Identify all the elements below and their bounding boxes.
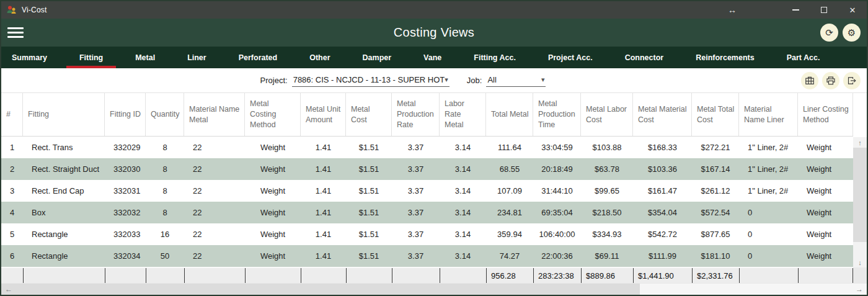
- table-cell: 4: [1, 202, 23, 223]
- tab-connector[interactable]: Connector: [623, 47, 666, 68]
- tab-project-acc[interactable]: Project Acc.: [546, 47, 595, 68]
- table-row[interactable]: 4Box332032822Weight1.41$1.513.373.14234.…: [1, 202, 853, 223]
- horizontal-scrollbar[interactable]: ← →: [1, 283, 867, 295]
- grid-totals-row: 956.28283:23:38$889.86$1,441.90$2,331.76: [1, 267, 853, 283]
- close-button[interactable]: ✕: [838, 1, 867, 19]
- table-cell: 332031: [105, 180, 146, 202]
- tab-perforated[interactable]: Perforated: [237, 47, 280, 68]
- filters: Project: 7886: CIS - NCJCD - 11-13 - SUP…: [260, 74, 546, 87]
- column-header[interactable]: Fitting: [23, 93, 105, 136]
- table-cell: 3.37: [392, 158, 440, 180]
- table-cell: 3.37: [392, 180, 440, 202]
- table-cell: 332029: [105, 137, 146, 158]
- settings-button[interactable]: ⚙: [843, 24, 861, 42]
- table-cell: 22: [184, 180, 245, 202]
- table-cell: 22: [184, 137, 245, 158]
- maximize-icon: [821, 7, 827, 13]
- column-header[interactable]: Labor Rate Metal: [440, 93, 486, 136]
- totals-cell: [1, 268, 23, 283]
- column-header[interactable]: #: [1, 93, 23, 136]
- column-header[interactable]: Fitting ID: [105, 93, 146, 136]
- menu-button[interactable]: [7, 27, 32, 38]
- column-header[interactable]: Material Name Metal: [184, 93, 245, 136]
- column-header[interactable]: Liner Costing Method: [798, 93, 853, 136]
- vertical-scrollbar[interactable]: ↑ ↓: [853, 137, 867, 267]
- tab-liner[interactable]: Liner: [185, 47, 208, 68]
- refresh-icon: ⟳: [825, 27, 833, 38]
- tab-metal[interactable]: Metal: [133, 47, 157, 68]
- page-title: Costing Views: [1, 25, 867, 40]
- vertical-scroll-thumb[interactable]: [853, 148, 867, 242]
- table-cell: $168.33: [633, 137, 692, 158]
- table-cell: Box: [23, 202, 105, 223]
- scroll-right-icon[interactable]: →: [853, 284, 866, 295]
- tab-vane[interactable]: Vane: [422, 47, 443, 68]
- export-button[interactable]: [843, 72, 861, 89]
- grid-body: 1Rect. Trans332029822Weight1.41$1.513.37…: [1, 137, 853, 267]
- maximize-button[interactable]: [810, 1, 838, 19]
- scroll-down-icon[interactable]: ↓: [853, 257, 867, 267]
- column-header[interactable]: Quantity: [146, 93, 184, 136]
- tab-reinforcements[interactable]: Reinforcements: [694, 47, 756, 68]
- table-cell: 3.14: [440, 245, 486, 267]
- print-button[interactable]: [822, 72, 839, 89]
- app-logo-icon: [6, 5, 17, 15]
- table-cell: 1" Liner, 2#: [739, 137, 798, 158]
- caret-down-icon: ▾: [445, 76, 448, 84]
- table-row[interactable]: 3Rect. End Cap332031822Weight1.41$1.513.…: [1, 180, 853, 202]
- table-cell: $272.21: [692, 137, 739, 158]
- table-cell: 359.94: [486, 223, 533, 245]
- dock-icon[interactable]: ↔: [718, 1, 746, 19]
- table-row[interactable]: 2Rect. Straight Duct332030822Weight1.41$…: [1, 158, 853, 180]
- table-cell: 1.41: [301, 223, 346, 245]
- table-cell: 8: [146, 137, 184, 158]
- table-cell: 5: [1, 223, 23, 245]
- table-row[interactable]: 1Rect. Trans332029822Weight1.41$1.513.37…: [1, 137, 853, 158]
- table-cell: Weight: [798, 223, 853, 245]
- table-cell: Weight: [798, 180, 853, 202]
- minimize-button[interactable]: [781, 1, 810, 19]
- column-header[interactable]: Metal Production Rate: [392, 93, 440, 136]
- table-cell: 234.81: [486, 202, 533, 223]
- table-cell: Weight: [798, 137, 853, 158]
- table-cell: 74.27: [486, 245, 533, 267]
- horizontal-scroll-thumb[interactable]: [1, 284, 640, 295]
- tab-damper[interactable]: Damper: [361, 47, 394, 68]
- column-header[interactable]: Metal Cost: [346, 93, 392, 136]
- table-cell: 6: [1, 245, 23, 267]
- column-header[interactable]: Total Metal: [486, 93, 533, 136]
- job-select[interactable]: All ▾: [486, 74, 546, 87]
- table-cell: $354.04: [633, 202, 692, 223]
- table-cell: 8: [146, 202, 184, 223]
- table-cell: $103.36: [633, 158, 692, 180]
- column-header[interactable]: Metal Costing Method: [245, 93, 301, 136]
- table-row[interactable]: 6Rectangle3320345022Weight1.41$1.513.373…: [1, 245, 853, 267]
- app-window: Vi-Cost ↔ ✕ Costing Views ⟳ ⚙ SummaryFit…: [0, 0, 868, 296]
- table-cell: Weight: [245, 137, 301, 158]
- tab-fitting-acc[interactable]: Fitting Acc.: [472, 47, 518, 68]
- column-header[interactable]: Metal Unit Amount: [301, 93, 346, 136]
- tab-part-acc[interactable]: Part Acc.: [785, 47, 822, 68]
- export-grid-button[interactable]: [801, 72, 818, 89]
- table-cell: 3.14: [440, 180, 486, 202]
- table-cell: 50: [146, 245, 184, 267]
- scroll-left-icon[interactable]: ←: [2, 284, 15, 295]
- column-header[interactable]: Metal Total Cost: [692, 93, 739, 136]
- column-header[interactable]: Metal Material Cost: [633, 93, 692, 136]
- project-select[interactable]: 7886: CIS - NCJCD - 11-13 - SUPER HOT ▾: [292, 74, 450, 87]
- tab-other[interactable]: Other: [308, 47, 332, 68]
- table-cell: 3.37: [392, 223, 440, 245]
- refresh-button[interactable]: ⟳: [820, 24, 838, 42]
- table-cell: 1" Liner, 2#: [739, 180, 798, 202]
- export-grid-icon: [805, 76, 815, 86]
- column-header[interactable]: Metal Labor Cost: [581, 93, 633, 136]
- totals-cell: [346, 268, 392, 283]
- scroll-up-icon[interactable]: ↑: [853, 137, 867, 148]
- column-header[interactable]: Material Name Liner: [739, 93, 798, 136]
- tab-summary[interactable]: Summary: [10, 47, 49, 68]
- table-cell: 3.37: [392, 202, 440, 223]
- table-cell: 332034: [105, 245, 146, 267]
- tab-fitting[interactable]: Fitting: [78, 47, 105, 68]
- table-row[interactable]: 5Rectangle3320331622Weight1.41$1.513.373…: [1, 223, 853, 245]
- column-header[interactable]: Metal Production Time: [533, 93, 581, 136]
